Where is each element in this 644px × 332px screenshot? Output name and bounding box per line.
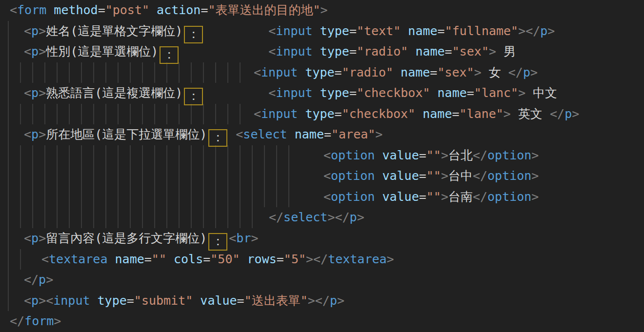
syntax-token: type xyxy=(320,24,349,38)
syntax-token: = xyxy=(430,65,437,79)
syntax-token: < xyxy=(229,231,236,245)
code-line-text: <input type="checkbox" name="lane"> 英文 <… xyxy=(0,104,579,125)
syntax-token: > xyxy=(39,44,46,59)
code-line[interactable]: <p>性別(這是單選欄位)：<input type="radio" name="… xyxy=(0,41,644,62)
syntax-token: < xyxy=(323,169,331,183)
syntax-token: < xyxy=(323,190,331,204)
syntax-token: 所在地區(這是下拉選單欄位) xyxy=(46,127,207,141)
syntax-token: = xyxy=(127,293,134,308)
syntax-token: > xyxy=(357,210,364,224)
syntax-token: p xyxy=(39,273,46,287)
code-line-text: <option value="">台中</option> xyxy=(0,166,539,187)
code-line[interactable]: <option value="">台中</option> xyxy=(0,166,644,187)
syntax-token: option xyxy=(487,169,531,183)
syntax-token: > xyxy=(531,148,539,162)
code-line-text: <p>所在地區(這是下拉選單欄位)：<select name="area"> xyxy=(0,124,382,147)
syntax-token: ></ xyxy=(306,252,328,266)
syntax-token: </ xyxy=(24,273,39,287)
syntax-token: value xyxy=(382,169,419,183)
syntax-token: > xyxy=(54,314,61,328)
code-line[interactable]: <option value="">台北</option> xyxy=(0,145,644,166)
syntax-token: option xyxy=(487,190,531,204)
syntax-token: = xyxy=(349,44,357,59)
syntax-token: = xyxy=(203,252,210,266)
code-line[interactable]: <option value="">台南</option> xyxy=(0,187,644,208)
syntax-token: < xyxy=(24,24,31,38)
code-line-text: <form method="post" action="表單送出的目的地"> xyxy=(0,0,328,21)
code-line-text: <textarea name="" cols="50" rows="5"></t… xyxy=(0,249,394,270)
syntax-token: = xyxy=(452,107,459,121)
code-line[interactable]: <textarea name="" cols="50" rows="5"></t… xyxy=(0,249,644,270)
syntax-token: "sex" xyxy=(452,44,489,59)
syntax-token xyxy=(313,44,320,59)
syntax-token: < xyxy=(268,24,276,38)
syntax-token: p xyxy=(31,231,39,245)
syntax-token: > xyxy=(503,107,511,121)
syntax-token: "lane" xyxy=(460,107,503,121)
syntax-token: 男 xyxy=(496,44,516,59)
syntax-token: name xyxy=(438,86,467,100)
code-line[interactable]: <p>姓名(這是單格文字欄位)：<input type="text" name=… xyxy=(0,21,644,42)
code-line-text: <p>留言內容(這是多行文字欄位)：<br> xyxy=(0,228,259,251)
syntax-token: "" xyxy=(426,169,441,183)
syntax-token: p xyxy=(31,86,39,100)
syntax-token: </ xyxy=(550,107,564,121)
syntax-token: name xyxy=(415,44,444,59)
syntax-token: < xyxy=(24,231,31,245)
syntax-token: type xyxy=(305,65,334,79)
syntax-token: "checkbox" xyxy=(342,107,416,121)
unicode-highlight-box: ： xyxy=(184,26,203,43)
code-line[interactable]: </p> xyxy=(0,270,644,291)
code-line-text: <option value="">台北</option> xyxy=(0,145,539,166)
syntax-token xyxy=(313,24,320,38)
syntax-token: </ xyxy=(269,210,283,224)
syntax-token: "radio" xyxy=(357,44,408,59)
code-line[interactable]: <input type="checkbox" name="lane"> 英文 <… xyxy=(0,104,644,125)
code-line[interactable]: <p>留言內容(這是多行文字欄位)：<br> xyxy=(0,228,644,249)
syntax-token: > xyxy=(39,24,46,38)
syntax-token: value xyxy=(382,148,419,162)
code-line[interactable]: <input type="radio" name="sex"> 女 </p> xyxy=(0,62,644,83)
syntax-token: "text" xyxy=(357,24,401,38)
code-line[interactable]: <p>所在地區(這是下拉選單欄位)：<select name="area"> xyxy=(0,124,644,145)
syntax-token: 台南 xyxy=(448,190,473,204)
syntax-token: type xyxy=(98,293,127,308)
syntax-token xyxy=(415,107,423,121)
syntax-token: input xyxy=(276,44,312,59)
code-line-text: </select></p> xyxy=(0,207,364,228)
syntax-token: > xyxy=(441,190,448,204)
syntax-token: < xyxy=(268,44,276,59)
syntax-token xyxy=(166,252,174,266)
code-line[interactable]: <form method="post" action="表單送出的目的地"> xyxy=(0,0,644,21)
code-line[interactable]: </select></p> xyxy=(0,207,644,228)
syntax-token: 中文 xyxy=(525,86,557,100)
syntax-token: form xyxy=(17,3,46,17)
syntax-token xyxy=(298,65,305,79)
syntax-token: name xyxy=(401,65,430,79)
syntax-token: 留言內容(這是多行文字欄位) xyxy=(46,231,207,245)
syntax-token: > xyxy=(321,3,328,17)
code-line[interactable]: </form> xyxy=(0,311,644,332)
syntax-token: ></ xyxy=(327,210,349,224)
code-line[interactable]: <p><input type="submit" value="送出表單"></p… xyxy=(0,291,644,312)
code-editor[interactable]: <form method="post" action="表單送出的目的地"><p… xyxy=(0,0,644,332)
syntax-token: < xyxy=(268,86,276,100)
syntax-token: type xyxy=(305,107,334,121)
syntax-token: > xyxy=(441,148,448,162)
syntax-token xyxy=(375,190,382,204)
syntax-token: = xyxy=(335,65,342,79)
syntax-token: ></ xyxy=(308,293,330,308)
syntax-token: < xyxy=(24,44,31,59)
syntax-token: </ xyxy=(473,169,487,183)
syntax-token: < xyxy=(24,127,31,141)
syntax-token: p xyxy=(523,65,530,79)
syntax-token: > xyxy=(441,169,448,183)
syntax-token: value xyxy=(382,190,419,204)
syntax-token: = xyxy=(324,127,331,141)
syntax-token: > xyxy=(387,252,394,266)
syntax-token: = xyxy=(467,86,474,100)
code-line-text: <p>性別(這是單選欄位)：<input type="radio" name="… xyxy=(0,41,516,64)
code-line[interactable]: <p>熟悉語言(這是複選欄位)：<input type="checkbox" n… xyxy=(0,83,644,104)
syntax-token: = xyxy=(335,107,342,121)
syntax-token xyxy=(193,293,200,308)
